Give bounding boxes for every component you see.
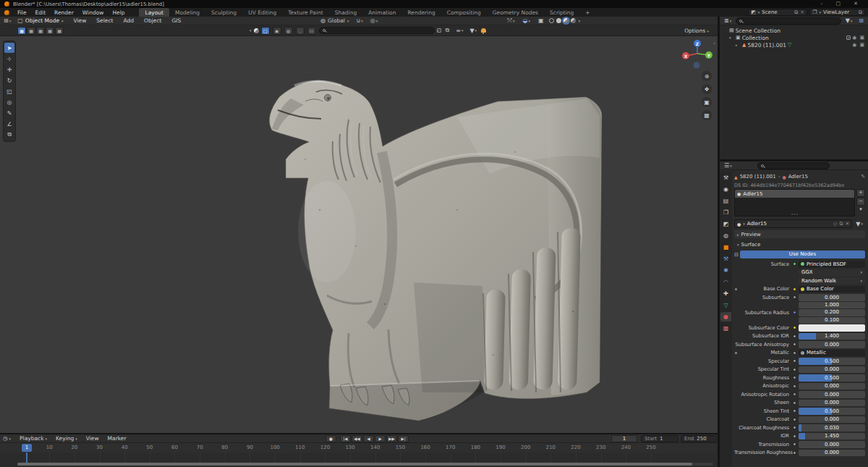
value-slider-field[interactable]: 0.500: [799, 374, 865, 382]
timeline-scrollbar[interactable]: [17, 463, 713, 466]
jump-to-start-button[interactable]: |◀: [340, 435, 351, 442]
workspace-tab-sculpting[interactable]: Sculpting: [205, 8, 242, 17]
properties-search-input[interactable]: [757, 162, 830, 169]
value-slider-field[interactable]: 0.000: [799, 341, 865, 348]
viewport-search-input[interactable]: [319, 27, 435, 34]
socket-dot[interactable]: [793, 262, 796, 266]
playhead[interactable]: [26, 453, 27, 463]
viewport-menu-select[interactable]: Select: [91, 17, 118, 24]
minimize-button[interactable]: –: [820, 0, 823, 8]
dropdown-field[interactable]: Random Walk▾: [799, 277, 865, 285]
panel-expand-dot[interactable]: [735, 288, 737, 290]
transform-orientation-dropdown[interactable]: ◍ Global▾: [318, 17, 351, 24]
properties-tab-scene[interactable]: ◩: [720, 219, 731, 229]
annotate-tool[interactable]: ✎: [4, 108, 14, 118]
pin-id-icon[interactable]: ✎: [861, 174, 865, 180]
value-slider-field[interactable]: 0.000: [799, 383, 865, 390]
select-box-tool[interactable]: ➤: [4, 43, 14, 53]
value-slider-field[interactable]: 0.000: [799, 416, 865, 424]
workspace-tab-+[interactable]: +: [579, 8, 595, 17]
measure-tool[interactable]: ∠: [4, 119, 14, 129]
prev-keyframe-button[interactable]: ◀◀: [352, 435, 362, 442]
socket-dot[interactable]: [793, 418, 796, 421]
camera-toggle-icon[interactable]: ▣: [859, 35, 864, 41]
socket-dot[interactable]: [793, 442, 796, 446]
shading-solid-icon[interactable]: [556, 18, 561, 23]
viewlayer-selector[interactable]: ❐ ▾ ViewLayer ⧉: [809, 9, 865, 16]
properties-tab-tool[interactable]: ⚒: [720, 173, 731, 182]
transform-tool[interactable]: ◎: [4, 97, 14, 107]
filter-funnel-icon[interactable]: ▼▾: [467, 28, 479, 34]
current-frame-indicator[interactable]: 1: [22, 444, 32, 452]
value-slider-field[interactable]: 0.000: [799, 366, 865, 374]
value-slider-field[interactable]: 0.000: [799, 441, 865, 448]
socket-dot[interactable]: [793, 368, 796, 371]
socket-dot[interactable]: [793, 335, 796, 338]
workspace-tab-shading[interactable]: Shading: [329, 8, 362, 17]
workspace-tab-layout[interactable]: Layout: [139, 8, 169, 17]
node-link-field[interactable]: Principled BSDF: [799, 261, 865, 268]
properties-tab-render[interactable]: ◉: [720, 185, 731, 194]
socket-dot[interactable]: [793, 401, 796, 405]
properties-tab-object[interactable]: ■: [720, 243, 731, 252]
properties-tab-world[interactable]: ◍: [720, 231, 731, 240]
shading-rendered-icon[interactable]: [571, 18, 576, 23]
menu-file[interactable]: File: [13, 9, 31, 16]
socket-dot[interactable]: [793, 279, 796, 282]
timeline-ruler[interactable]: 1102030405060708090100110120130140150160…: [0, 443, 718, 453]
options-dropdown[interactable]: Options ▾: [684, 28, 709, 34]
properties-editor-icon[interactable]: ☰▾: [722, 162, 734, 169]
unlink-material-icon[interactable]: ✕: [845, 221, 849, 227]
snapping-magnet-icon[interactable]: ∪▾: [354, 17, 365, 24]
frame-end-field[interactable]: End250: [681, 435, 717, 442]
socket-dot[interactable]: [793, 392, 796, 396]
editor-type-icon[interactable]: ⊞▾: [0, 17, 13, 24]
eye-toggle-icon[interactable]: ◉: [852, 35, 856, 41]
remove-slot-button[interactable]: −: [856, 198, 865, 206]
properties-tab-modifiers[interactable]: ⚒: [720, 254, 731, 264]
timeline-menu-view[interactable]: View: [82, 435, 103, 442]
next-keyframe-button[interactable]: ▶▶: [386, 435, 397, 442]
properties-tab-output[interactable]: ▤: [720, 196, 731, 206]
selectability-curve-icon[interactable]: ◌: [296, 27, 305, 35]
vector-value-field[interactable]: 0.200: [799, 309, 865, 316]
value-slider-field[interactable]: 0.000: [799, 450, 865, 457]
snap-layers-icon[interactable]: ≡▾: [454, 28, 465, 34]
timeline-tracks[interactable]: [0, 453, 718, 463]
workspace-tab-scripting[interactable]: Scripting: [544, 8, 579, 17]
add-slot-button[interactable]: +: [856, 189, 865, 197]
node-link-field[interactable]: Metallic: [799, 350, 865, 357]
vector-value-field[interactable]: 0.100: [799, 317, 865, 324]
maximize-button[interactable]: ▢: [836, 0, 841, 8]
panel-expand-dot[interactable]: [735, 352, 737, 354]
value-slider-field[interactable]: 0.500: [799, 358, 865, 365]
material-datablock-field[interactable]: ● ▾ Adler15 ◇ ⧉ ✕: [734, 219, 852, 228]
use-nodes-button[interactable]: Use Nodes: [740, 251, 865, 258]
dropdown-field[interactable]: GGX▾: [799, 269, 865, 277]
socket-dot[interactable]: [793, 342, 796, 346]
new-material-icon[interactable]: ⧉: [839, 221, 843, 227]
material-slot-row[interactable]: ● Adler15: [735, 190, 854, 198]
select-mode-extend-icon[interactable]: ▦: [27, 27, 35, 35]
outliner-search-input[interactable]: [736, 17, 841, 25]
outliner-row[interactable]: ▤Scene Collection: [720, 27, 868, 34]
slot-specials-menu[interactable]: ▾: [856, 206, 865, 214]
new-scene-icon[interactable]: ⧉: [794, 9, 798, 15]
value-slider-field[interactable]: 0.000: [799, 400, 865, 407]
selectability-other-icon[interactable]: ⊡: [307, 27, 316, 35]
outliner-row[interactable]: ▾▣Collection✓◉▣: [720, 34, 868, 41]
properties-tab-particles[interactable]: ✱: [720, 266, 731, 275]
menu-edit[interactable]: Edit: [31, 9, 51, 16]
selectability-object-icon[interactable]: ▢: [261, 27, 270, 35]
socket-dot[interactable]: [793, 434, 796, 438]
value-slider-field[interactable]: 1.400: [799, 333, 865, 340]
socket-dot[interactable]: [793, 295, 796, 299]
material-slot-list[interactable]: ● Adler15 •••: [734, 189, 855, 216]
proportional-edit-icon[interactable]: ◎▾: [368, 17, 380, 24]
socket-dot[interactable]: [793, 384, 796, 388]
properties-tab-texture[interactable]: ▩: [720, 324, 731, 333]
socket-dot[interactable]: [793, 351, 796, 355]
sidebar-collapse-arrow[interactable]: ‹: [713, 41, 715, 46]
clipboard-icon[interactable]: ⧉: [443, 27, 452, 34]
properties-tab-data[interactable]: ▽: [720, 300, 731, 310]
